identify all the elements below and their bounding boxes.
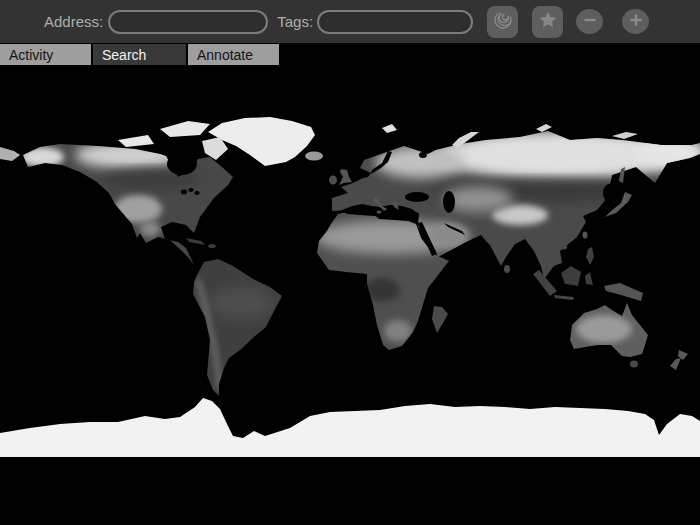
tab-bar: Activity Search Annotate [0, 43, 700, 65]
tab-search[interactable]: Search [93, 44, 186, 65]
plus-icon [627, 11, 645, 32]
tags-label: Tags: [277, 13, 313, 30]
zoom-out-button[interactable] [576, 9, 603, 34]
tab-annotate[interactable]: Annotate [188, 44, 279, 65]
swirl-button[interactable] [487, 6, 518, 38]
tags-input[interactable] [317, 10, 473, 34]
zoom-in-button[interactable] [622, 9, 649, 34]
tab-search-label: Search [102, 47, 146, 63]
world-map[interactable] [0, 107, 700, 457]
tab-annotate-label: Annotate [197, 47, 253, 63]
map-viewport[interactable]: Connecting to Map Server [0, 65, 700, 525]
address-label: Address: [44, 13, 103, 30]
minus-icon [581, 11, 599, 32]
tab-activity[interactable]: Activity [0, 44, 91, 65]
star-icon [537, 9, 559, 34]
swirl-icon [492, 9, 514, 34]
address-input[interactable] [108, 10, 268, 34]
toolbar: Address: Tags: [0, 0, 700, 43]
tab-activity-label: Activity [9, 47, 53, 63]
star-button[interactable] [532, 6, 563, 38]
